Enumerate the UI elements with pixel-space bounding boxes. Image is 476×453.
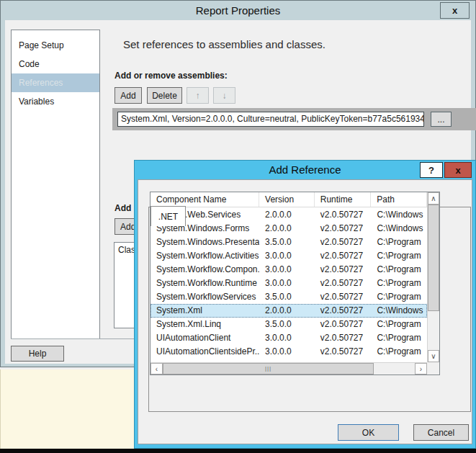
column-header-version[interactable]: Version <box>259 192 315 207</box>
browse-assembly-button[interactable]: ... <box>431 112 452 127</box>
assembly-list[interactable]: Component NameVersionRuntimePath System.… <box>150 192 440 375</box>
table-row[interactable]: System.Workflow.Activities3.0.0.0v2.0.50… <box>151 249 427 263</box>
sidebar-item-variables[interactable]: Variables <box>12 92 99 111</box>
column-header-component-name[interactable]: Component Name <box>151 192 259 207</box>
column-header-path[interactable]: Path <box>371 192 427 207</box>
table-row[interactable]: System.Workflow.Compon...3.0.0.0v2.0.507… <box>151 263 427 277</box>
table-row[interactable]: UIAutomationClientsidePr...3.0.0.0v2.0.5… <box>151 345 427 359</box>
table-cell: C:\Windows <box>371 208 427 222</box>
horizontal-scroll-thumb[interactable]: ||| <box>163 363 374 374</box>
sidebar-item-code[interactable]: Code <box>12 55 99 73</box>
add-assembly-button[interactable]: Add <box>114 87 142 104</box>
table-cell: 3.0.0.0 <box>259 277 315 290</box>
references-description: Set references to assemblies and classes… <box>123 38 325 50</box>
assembly-name-field[interactable]: System.Xml, Version=2.0.0.0, Culture=neu… <box>117 112 424 127</box>
table-cell: v2.0.50727 <box>315 318 372 331</box>
table-cell: UIAutomationClient <box>151 331 259 345</box>
table-cell: v2.0.50727 <box>315 304 372 318</box>
table-cell: v2.0.50727 <box>315 263 372 277</box>
table-row[interactable]: System.Web.Services2.0.0.0v2.0.50727C:\W… <box>151 208 427 222</box>
vertical-scroll-thumb[interactable] <box>428 205 439 311</box>
table-row[interactable]: System.Windows.Presentat...3.5.0.0v2.0.5… <box>151 236 427 249</box>
table-cell: v2.0.50727 <box>315 236 372 249</box>
table-cell: C:\Program <box>371 331 427 345</box>
table-cell: v2.0.50727 <box>315 208 372 222</box>
scroll-right-icon[interactable]: › <box>415 363 427 374</box>
vertical-scrollbar[interactable]: ∧ ∨ <box>427 192 439 362</box>
table-cell: 2.0.0.0 <box>259 208 315 222</box>
scrollbar-corner <box>427 362 439 374</box>
table-cell: C:\Windows <box>371 304 427 318</box>
table-cell: v2.0.50727 <box>315 331 372 345</box>
table-cell: C:\Program <box>371 263 427 277</box>
column-header-runtime[interactable]: Runtime <box>315 192 372 207</box>
scroll-up-icon[interactable]: ∧ <box>428 192 439 205</box>
table-cell: C:\Program <box>371 277 427 290</box>
table-cell: 3.5.0.0 <box>259 318 315 331</box>
table-cell: System.Windows.Presentat... <box>151 236 259 249</box>
table-row[interactable]: System.Windows.Forms2.0.0.0v2.0.50727C:\… <box>151 222 427 236</box>
tab-net[interactable]: .NET <box>151 206 186 226</box>
table-row[interactable]: UIAutomationClient3.0.0.0v2.0.50727C:\Pr… <box>151 331 427 345</box>
table-cell: 2.0.0.0 <box>259 222 315 236</box>
table-row[interactable]: System.Xml.Linq3.5.0.0v2.0.50727C:\Progr… <box>151 318 427 331</box>
table-cell: C:\Program <box>371 236 427 249</box>
table-cell: 3.5.0.0 <box>259 236 315 249</box>
sidebar-item-references[interactable]: References <box>12 73 99 92</box>
classes-label: Add <box>114 203 131 213</box>
table-cell: System.Xml.Linq <box>151 318 259 331</box>
table-row[interactable]: System.WorkflowServices3.5.0.0v2.0.50727… <box>151 290 427 304</box>
table-cell: v2.0.50727 <box>315 277 372 290</box>
table-cell: v2.0.50727 <box>315 290 372 304</box>
add-reference-dialog: Add Reference ? x .NETBrowseRecent Compo… <box>134 160 476 449</box>
add-reference-content: .NETBrowseRecent Component NameVersionRu… <box>138 179 472 444</box>
design-surface-background <box>0 369 134 450</box>
table-cell: System.WorkflowServices <box>151 290 259 304</box>
move-up-icon[interactable]: ↑ <box>187 87 209 104</box>
table-cell: UIAutomationClientsidePr... <box>151 345 259 359</box>
cancel-button[interactable]: Cancel <box>413 424 469 441</box>
table-cell: C:\Program <box>371 345 427 359</box>
table-cell: System.Workflow.Runtime <box>151 277 259 290</box>
scroll-down-icon[interactable]: ∨ <box>428 350 439 362</box>
horizontal-scrollbar[interactable]: ‹ ||| › <box>151 362 427 374</box>
help-button[interactable]: Help <box>11 346 64 362</box>
scroll-left-icon[interactable]: ‹ <box>151 363 163 374</box>
table-cell: System.Xml <box>151 304 259 318</box>
table-cell: C:\Program <box>371 318 427 331</box>
ok-button[interactable]: OK <box>338 424 399 441</box>
table-cell: v2.0.50727 <box>315 222 372 236</box>
table-cell: 3.0.0.0 <box>259 331 315 345</box>
assembly-list-header[interactable]: Component NameVersionRuntimePath <box>151 192 427 207</box>
table-cell: v2.0.50727 <box>315 249 372 263</box>
sidebar-item-page-setup[interactable]: Page Setup <box>12 36 99 55</box>
scroll-grip-icon: ||| <box>265 366 271 372</box>
table-cell: v2.0.50727 <box>315 345 372 359</box>
table-cell: System.Workflow.Activities <box>151 249 259 263</box>
table-cell: 3.5.0.0 <box>259 290 315 304</box>
move-down-icon[interactable]: ↓ <box>213 87 235 104</box>
table-cell: 3.0.0.0 <box>259 249 315 263</box>
report-properties-sidebar[interactable]: Page SetupCodeReferencesVariables <box>11 30 100 339</box>
table-cell: C:\Program <box>371 249 427 263</box>
assemblies-label: Add or remove assemblies: <box>114 71 228 81</box>
table-cell: 3.0.0.0 <box>259 345 315 359</box>
table-cell: C:\Windows <box>371 222 427 236</box>
delete-assembly-button[interactable]: Delete <box>147 87 182 104</box>
report-properties-title: Report Properties <box>1 1 475 20</box>
close-icon[interactable]: x <box>440 2 470 19</box>
table-cell: System.Workflow.Compon... <box>151 263 259 277</box>
table-cell: 3.0.0.0 <box>259 263 315 277</box>
background-bottom-strip <box>0 449 476 453</box>
screen: Report Properties x Page SetupCodeRefere… <box>0 0 476 453</box>
table-row[interactable]: System.Xml2.0.0.0v2.0.50727C:\Windows <box>151 304 427 318</box>
help-icon[interactable]: ? <box>420 162 443 178</box>
table-row[interactable]: System.Workflow.Runtime3.0.0.0v2.0.50727… <box>151 277 427 290</box>
table-cell: C:\Program <box>371 290 427 304</box>
close-icon[interactable]: x <box>444 162 472 178</box>
table-cell: 2.0.0.0 <box>259 304 315 318</box>
